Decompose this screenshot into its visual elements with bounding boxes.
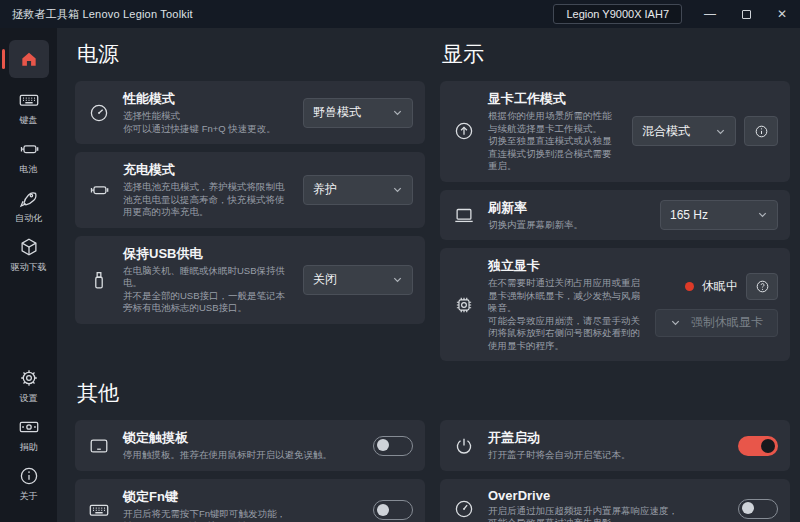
performance-mode-card: 性能模式 选择性能模式 你可以通过快捷键 Fn+Q 快速更改。 野兽模式 bbox=[75, 81, 425, 144]
sidebar-item-about[interactable]: 关于 bbox=[0, 465, 57, 503]
desc-line: 根据你的使用场景所需的性能与续航选择显卡工作模式。 bbox=[488, 110, 620, 135]
card-description: 切换内置屏幕刷新率。 bbox=[488, 219, 648, 232]
driver-download-icon bbox=[18, 236, 40, 258]
desc-line: 选择电池充电模式，养护模式将限制电池充电电量以提高寿命，快充模式将使用更高的功率… bbox=[123, 181, 291, 219]
display-section: 显示 显卡工作模式 根据你的使用场景所需的性能与续航选择显卡工作模式。 切换至独… bbox=[440, 30, 790, 369]
usb-power-card: 保持USB供电 在电脑关机、睡眠或休眠时USB保持供电。 并不是全部的USB接口… bbox=[75, 236, 425, 324]
card-title: 开盖启动 bbox=[488, 429, 726, 447]
other-sections: 锁定触摸板 停用触摸板。推荐在使用鼠标时开启以避免误触。 锁定Fn键 开启后将无… bbox=[75, 420, 790, 522]
app-title: 拯救者工具箱 Lenovo Legion Toolkit bbox=[12, 7, 553, 22]
usb-icon bbox=[87, 268, 111, 292]
toggle-knob bbox=[377, 439, 389, 451]
card-title: 锁定Fn键 bbox=[123, 488, 361, 506]
sidebar-item-label: 电池 bbox=[20, 163, 38, 176]
card-description: 开启后通过加压超频提升内置屏幕响应速度， 可能会导致屏幕过冲产生鬼影。 bbox=[488, 505, 726, 522]
sidebar-item-label: 捐助 bbox=[20, 441, 38, 454]
card-description: 在不需要时通过关闭占用应用或重启显卡强制休眠显卡，减少发热与风扇噪音。 可能会导… bbox=[488, 277, 643, 352]
dropdown-value: 野兽模式 bbox=[313, 104, 361, 121]
fn-lock-card: 锁定Fn键 开启后将无需按下Fn键即可触发功能， 触发原F1至F12键需按下Fn… bbox=[75, 479, 425, 522]
monitor-icon bbox=[452, 203, 476, 227]
minimize-icon: — bbox=[704, 7, 716, 21]
close-icon: ✕ bbox=[777, 7, 787, 21]
charging-mode-dropdown[interactable]: 养护 bbox=[303, 175, 413, 205]
touchpad-icon bbox=[87, 434, 111, 458]
refresh-rate-dropdown[interactable]: 165 Hz bbox=[660, 200, 778, 230]
fn-lock-toggle[interactable] bbox=[373, 500, 413, 520]
desc-line: 打开盖子时将会自动开启笔记本。 bbox=[488, 449, 726, 462]
sidebar-item-battery[interactable]: 电池 bbox=[0, 138, 57, 176]
titlebar: 拯救者工具箱 Lenovo Legion Toolkit Legion Y900… bbox=[0, 0, 800, 28]
main-content: 电源 性能模式 选择性能模式 你可以通过快捷键 Fn+Q 快速更改。 野兽模式 bbox=[57, 28, 800, 522]
toggle-knob bbox=[377, 504, 389, 516]
desc-line: 你可以通过快捷键 Fn+Q 快速更改。 bbox=[123, 123, 291, 136]
sidebar-item-keyboard[interactable]: 键盘 bbox=[0, 89, 57, 127]
touchpad-lock-toggle[interactable] bbox=[373, 436, 413, 456]
card-description: 根据你的使用场景所需的性能与续航选择显卡工作模式。 切换至独显直连模式或从独显直… bbox=[488, 110, 620, 173]
dgpu-help-button[interactable] bbox=[746, 273, 778, 300]
refresh-rate-card: 刷新率 切换内置屏幕刷新率。 165 Hz bbox=[440, 190, 790, 241]
chevron-down-icon bbox=[757, 209, 768, 220]
lid-boot-toggle[interactable] bbox=[738, 436, 778, 456]
gauge-icon bbox=[87, 101, 111, 125]
usb-power-dropdown[interactable]: 关闭 bbox=[303, 265, 413, 295]
home-icon bbox=[9, 40, 49, 78]
sidebar-item-settings[interactable]: 设置 bbox=[0, 367, 57, 405]
dgpu-status-label: 休眠中 bbox=[702, 278, 738, 295]
discrete-gpu-card: 独立显卡 在不需要时通过关闭占用应用或重启显卡强制休眠显卡，减少发热与风扇噪音。… bbox=[440, 248, 790, 361]
overdrive-card: OverDrive 开启后通过加压超频提升内置屏幕响应速度， 可能会导致屏幕过冲… bbox=[440, 479, 790, 522]
overdrive-toggle[interactable] bbox=[738, 499, 778, 519]
gpu-mode-dropdown[interactable]: 混合模式 bbox=[632, 116, 736, 146]
section-title-display: 显示 bbox=[442, 40, 790, 68]
touchpad-lock-card: 锁定触摸板 停用触摸板。推荐在使用鼠标时开启以避免误触。 bbox=[75, 420, 425, 471]
dropdown-value: 关闭 bbox=[313, 271, 337, 288]
card-description: 停用触摸板。推荐在使用鼠标时开启以避免误触。 bbox=[123, 449, 361, 462]
status-dot bbox=[685, 282, 694, 291]
desc-line: 切换至独显直连模式或从独显直连模式切换到混合模式需要重启。 bbox=[488, 135, 620, 173]
card-description: 选择电池充电模式，养护模式将限制电池充电电量以提高寿命，快充模式将使用更高的功率… bbox=[123, 181, 291, 219]
minimize-button[interactable]: — bbox=[692, 0, 728, 28]
gpu-mode-info-button[interactable] bbox=[744, 116, 778, 146]
maximize-button[interactable] bbox=[728, 0, 764, 28]
charging-mode-card: 充电模式 选择电池充电模式，养护模式将限制电池充电电量以提高寿命，快充模式将使用… bbox=[75, 152, 425, 228]
card-description: 在电脑关机、睡眠或休眠时USB保持供电。 并不是全部的USB接口，一般是笔记本旁… bbox=[123, 265, 291, 315]
card-title: 性能模式 bbox=[123, 90, 291, 108]
dropdown-value: 养护 bbox=[313, 181, 337, 198]
sidebar-item-home[interactable] bbox=[0, 40, 57, 78]
donate-icon bbox=[18, 416, 40, 438]
sidebar-item-driver-download[interactable]: 驱动下载 bbox=[0, 236, 57, 274]
card-description: 选择性能模式 你可以通过快捷键 Fn+Q 快速更改。 bbox=[123, 110, 291, 135]
sidebar-item-donate[interactable]: 捐助 bbox=[0, 416, 57, 454]
dropdown-value: 混合模式 bbox=[642, 123, 690, 140]
other-left-column: 锁定触摸板 停用触摸板。推荐在使用鼠标时开启以避免误触。 锁定Fn键 开启后将无… bbox=[75, 420, 425, 522]
chevron-down-icon bbox=[715, 126, 726, 137]
sidebar-bottom: 设置 捐助 关于 bbox=[0, 367, 57, 522]
battery-icon bbox=[18, 138, 40, 160]
sidebar-item-automation[interactable]: 自动化 bbox=[0, 187, 57, 225]
close-button[interactable]: ✕ bbox=[764, 0, 800, 28]
dropdown-value: 165 Hz bbox=[670, 208, 708, 222]
card-title: 保持USB供电 bbox=[123, 245, 291, 263]
keyboard-icon bbox=[18, 89, 40, 111]
desc-line: 开启后将无需按下Fn键即可触发功能， bbox=[123, 508, 361, 521]
sidebar: 键盘 电池 自动化 驱动下载 设置 捐助 bbox=[0, 28, 57, 522]
info-icon bbox=[754, 124, 769, 139]
hybrid-mode-icon bbox=[452, 119, 476, 143]
chevron-down-icon bbox=[670, 317, 681, 328]
lid-boot-card: 开盖启动 打开盖子时将会自动开启笔记本。 bbox=[440, 420, 790, 471]
chevron-down-icon bbox=[392, 184, 403, 195]
speedometer-icon bbox=[452, 497, 476, 521]
desc-line: 可能会导致屏幕过冲产生鬼影。 bbox=[488, 517, 726, 522]
section-title-other: 其他 bbox=[77, 379, 790, 407]
toggle-knob bbox=[742, 502, 754, 514]
force-sleep-gpu-label: 强制休眠显卡 bbox=[691, 314, 763, 331]
power-section: 电源 性能模式 选择性能模式 你可以通过快捷键 Fn+Q 快速更改。 野兽模式 bbox=[75, 30, 425, 332]
desc-line: 开启后通过加压超频提升内置屏幕响应速度， bbox=[488, 505, 726, 518]
battery-charging-icon bbox=[87, 178, 111, 202]
force-sleep-gpu-button[interactable]: 强制休眠显卡 bbox=[655, 309, 778, 337]
performance-mode-dropdown[interactable]: 野兽模式 bbox=[303, 98, 413, 128]
desc-line: 并不是全部的USB接口，一般是笔记本旁标有电池标志的USB接口。 bbox=[123, 290, 291, 315]
gpu-mode-card: 显卡工作模式 根据你的使用场景所需的性能与续航选择显卡工作模式。 切换至独显直连… bbox=[440, 81, 790, 182]
device-model-badge: Legion Y9000X IAH7 bbox=[553, 4, 682, 24]
sidebar-item-label: 关于 bbox=[20, 490, 38, 503]
card-title: 刷新率 bbox=[488, 199, 648, 217]
